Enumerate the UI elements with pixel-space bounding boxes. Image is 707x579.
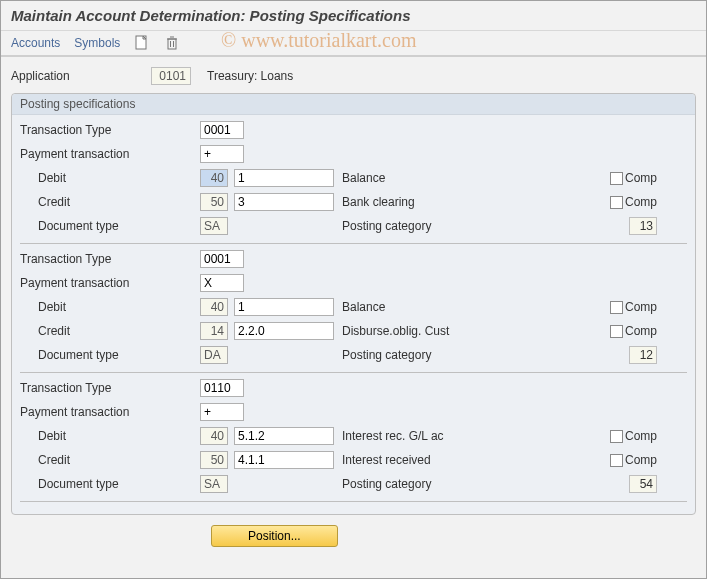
accounts-button[interactable]: Accounts xyxy=(11,36,60,50)
pay-txn-row: Payment transaction xyxy=(20,143,687,165)
txn-type-row: Transaction Type xyxy=(20,248,687,270)
divider xyxy=(20,243,687,244)
debit-desc: Balance xyxy=(342,300,482,314)
comp-label: Comp xyxy=(625,171,657,185)
checkbox-icon xyxy=(610,196,623,209)
txn-type-input[interactable] xyxy=(200,379,244,397)
comp-label: Comp xyxy=(625,324,657,338)
window-title: Maintain Account Determination: Posting … xyxy=(1,1,706,31)
credit-key-input[interactable] xyxy=(200,451,228,469)
debit-row: Debit Balance Comp xyxy=(20,296,687,318)
application-value: 0101 xyxy=(151,67,191,85)
posting-spec-group: Posting specifications Transaction Type … xyxy=(11,93,696,515)
doc-type-input[interactable] xyxy=(200,346,228,364)
group-title: Posting specifications xyxy=(12,94,695,115)
symbols-button[interactable]: Symbols xyxy=(74,36,120,50)
debit-row: Debit Interest rec. G/L ac Comp xyxy=(20,425,687,447)
credit-desc: Interest received xyxy=(342,453,482,467)
pay-txn-input[interactable] xyxy=(200,274,244,292)
posting-cat-label: Posting category xyxy=(342,348,482,362)
credit-comp[interactable]: Comp xyxy=(610,324,657,338)
create-icon[interactable] xyxy=(134,35,150,51)
debit-key-input[interactable] xyxy=(200,169,228,187)
comp-label: Comp xyxy=(625,429,657,443)
divider xyxy=(20,372,687,373)
checkbox-icon xyxy=(610,454,623,467)
credit-sym-input[interactable] xyxy=(234,322,334,340)
doc-type-row: Document type Posting category 54 xyxy=(20,473,687,495)
pay-txn-label: Payment transaction xyxy=(20,276,200,290)
debit-sym-input[interactable] xyxy=(234,169,334,187)
doc-type-input[interactable] xyxy=(200,475,228,493)
comp-label: Comp xyxy=(625,195,657,209)
credit-label: Credit xyxy=(20,453,200,467)
posting-cat-label: Posting category xyxy=(342,219,482,233)
debit-comp[interactable]: Comp xyxy=(610,300,657,314)
debit-label: Debit xyxy=(20,429,200,443)
sap-window: Maintain Account Determination: Posting … xyxy=(0,0,707,579)
application-row: Application 0101 Treasury: Loans xyxy=(11,65,696,87)
txn-type-input[interactable] xyxy=(200,121,244,139)
txn-type-label: Transaction Type xyxy=(20,123,200,137)
posting-cat-value: 54 xyxy=(629,475,657,493)
checkbox-icon xyxy=(610,430,623,443)
content-area: Application 0101 Treasury: Loans Posting… xyxy=(1,57,706,555)
debit-comp[interactable]: Comp xyxy=(610,429,657,443)
debit-row: Debit Balance Comp xyxy=(20,167,687,189)
credit-label: Credit xyxy=(20,195,200,209)
txn-type-label: Transaction Type xyxy=(20,381,200,395)
pay-txn-input[interactable] xyxy=(200,145,244,163)
doc-type-input[interactable] xyxy=(200,217,228,235)
pay-txn-input[interactable] xyxy=(200,403,244,421)
credit-key-input[interactable] xyxy=(200,193,228,211)
posting-cat-value: 13 xyxy=(629,217,657,235)
pay-txn-row: Payment transaction xyxy=(20,401,687,423)
debit-key-input[interactable] xyxy=(200,427,228,445)
svg-rect-1 xyxy=(168,39,176,49)
credit-desc: Disburse.oblig. Cust xyxy=(342,324,482,338)
debit-comp[interactable]: Comp xyxy=(610,171,657,185)
checkbox-icon xyxy=(610,301,623,314)
toolbar: Accounts Symbols xyxy=(1,31,706,57)
doc-type-row: Document type Posting category 12 xyxy=(20,344,687,366)
doc-type-label: Document type xyxy=(20,477,200,491)
comp-label: Comp xyxy=(625,300,657,314)
doc-type-label: Document type xyxy=(20,348,200,362)
credit-label: Credit xyxy=(20,324,200,338)
delete-icon[interactable] xyxy=(164,35,180,51)
divider xyxy=(20,501,687,502)
debit-label: Debit xyxy=(20,171,200,185)
credit-row: Credit Interest received Comp xyxy=(20,449,687,471)
application-label: Application xyxy=(11,69,151,83)
debit-sym-input[interactable] xyxy=(234,427,334,445)
doc-type-label: Document type xyxy=(20,219,200,233)
debit-sym-input[interactable] xyxy=(234,298,334,316)
credit-comp[interactable]: Comp xyxy=(610,453,657,467)
pay-txn-row: Payment transaction xyxy=(20,272,687,294)
credit-sym-input[interactable] xyxy=(234,451,334,469)
credit-row: Credit Disburse.oblig. Cust Comp xyxy=(20,320,687,342)
debit-label: Debit xyxy=(20,300,200,314)
position-button[interactable]: Position... xyxy=(211,525,338,547)
checkbox-icon xyxy=(610,172,623,185)
doc-type-row: Document type Posting category 13 xyxy=(20,215,687,237)
txn-type-row: Transaction Type xyxy=(20,119,687,141)
credit-key-input[interactable] xyxy=(200,322,228,340)
application-desc: Treasury: Loans xyxy=(207,69,293,83)
credit-row: Credit Bank clearing Comp xyxy=(20,191,687,213)
pay-txn-label: Payment transaction xyxy=(20,147,200,161)
txn-type-label: Transaction Type xyxy=(20,252,200,266)
debit-desc: Interest rec. G/L ac xyxy=(342,429,482,443)
debit-key-input[interactable] xyxy=(200,298,228,316)
credit-comp[interactable]: Comp xyxy=(610,195,657,209)
checkbox-icon xyxy=(610,325,623,338)
posting-cat-label: Posting category xyxy=(342,477,482,491)
txn-type-input[interactable] xyxy=(200,250,244,268)
posting-cat-value: 12 xyxy=(629,346,657,364)
pay-txn-label: Payment transaction xyxy=(20,405,200,419)
footer: Position... xyxy=(11,515,696,547)
debit-desc: Balance xyxy=(342,171,482,185)
credit-desc: Bank clearing xyxy=(342,195,482,209)
credit-sym-input[interactable] xyxy=(234,193,334,211)
txn-type-row: Transaction Type xyxy=(20,377,687,399)
